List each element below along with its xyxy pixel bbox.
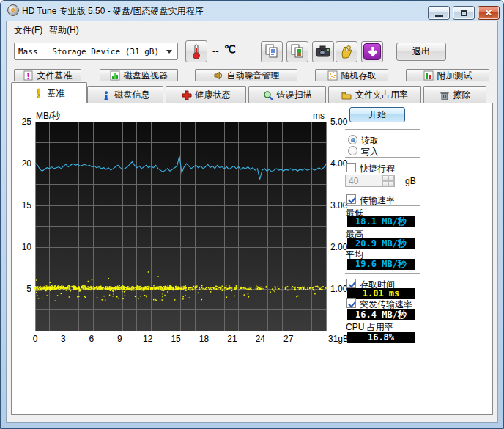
error-scan-icon <box>263 90 273 100</box>
checkbox-transfer-rate[interactable] <box>346 194 356 204</box>
svg-text:31gB: 31gB <box>328 334 349 344</box>
burst-rate-value: 16.4 MB/秒 <box>347 309 415 320</box>
svg-text:20: 20 <box>22 158 32 169</box>
svg-text:6: 6 <box>89 334 94 344</box>
access-time-value: 1.01 ms <box>347 288 415 299</box>
tab-extra-tests[interactable]: 附加测试 <box>406 69 489 81</box>
title-bar: HD Tune 专业版 5.50 - 硬盘/固态硬盘实用程序 ✕ <box>0 0 504 21</box>
separator <box>345 129 420 131</box>
erase-icon <box>440 90 450 100</box>
svg-text:3: 3 <box>61 334 66 344</box>
stroke-size-spinner[interactable]: 40 <box>345 175 395 187</box>
hand-icon <box>336 42 357 62</box>
minimize-button[interactable] <box>428 6 450 20</box>
speaker-icon <box>213 70 223 81</box>
options-button[interactable] <box>336 41 357 62</box>
spinner-up-button[interactable] <box>382 175 394 181</box>
stroke-size-value: 40 <box>349 176 358 186</box>
maximize-button[interactable] <box>453 6 475 20</box>
disk-monitor-icon <box>110 70 120 81</box>
svg-text:10: 10 <box>22 242 32 252</box>
copy-text-button[interactable] <box>261 41 283 62</box>
svg-text:12: 12 <box>143 334 153 344</box>
max-value: 20.9 MB/秒 <box>347 238 415 249</box>
tab-random-access[interactable]: 随机存取 <box>315 69 388 81</box>
download-arrow-icon <box>363 43 381 60</box>
tab-benchmark[interactable]: 基准 <box>11 82 87 103</box>
short-stroke-label: 快捷行程 <box>360 163 395 175</box>
benchmark-icon <box>34 88 44 98</box>
separator <box>345 157 420 158</box>
close-button[interactable]: ✕ <box>478 6 500 20</box>
tab-aam[interactable]: 自动噪音管理 <box>195 69 297 81</box>
svg-text:15: 15 <box>22 200 32 210</box>
minimize-icon <box>435 15 443 17</box>
benchmark-chart: MB/秒ms5101520251.002.003.004.005.0003691… <box>15 109 363 348</box>
device-select[interactable]: Mass Storage Device (31 gB) <box>14 43 178 60</box>
camera-icon <box>313 42 333 62</box>
temperature-unit: ℃ <box>224 43 236 55</box>
copy-image-button[interactable] <box>286 41 308 62</box>
svg-text:1.00: 1.00 <box>330 284 348 294</box>
tab-disk-monitor[interactable]: 磁盘监视器 <box>100 69 178 81</box>
start-button[interactable]: 开始 <box>349 107 405 122</box>
checkbox-short-stroke[interactable] <box>346 163 356 172</box>
tab-health[interactable]: 健康状态 <box>166 86 246 103</box>
arrow-up-icon <box>388 175 389 181</box>
menu-file[interactable]: 文件(F) <box>10 23 47 35</box>
file-benchmark-icon <box>23 70 34 81</box>
screenshot-button[interactable] <box>312 41 334 62</box>
svg-text:5.00: 5.00 <box>330 117 348 127</box>
maximize-icon <box>461 10 467 16</box>
svg-text:9: 9 <box>117 334 122 344</box>
exit-button[interactable]: 退出 <box>396 43 446 61</box>
radio-write[interactable] <box>348 146 357 155</box>
random-access-icon <box>327 70 338 81</box>
svg-text:ms: ms <box>313 111 325 121</box>
menu-bar: 文件(F) 帮助(H) <box>7 21 497 37</box>
close-icon: ✕ <box>478 7 499 19</box>
thermometer-icon <box>186 41 207 62</box>
disk-info-icon <box>101 90 111 100</box>
checkbox-burst-rate[interactable] <box>346 298 356 308</box>
folder-usage-icon <box>341 90 352 100</box>
tab-error-scan[interactable]: 错误扫描 <box>248 86 326 103</box>
svg-text:18: 18 <box>199 334 210 344</box>
menu-help[interactable]: 帮助(H) <box>45 23 84 35</box>
svg-text:21: 21 <box>227 334 237 344</box>
chevron-down-icon <box>166 50 172 54</box>
copy-text-icon <box>262 42 282 62</box>
temperature-value: -- <box>212 45 219 56</box>
device-select-value: Mass Storage Device (31 gB) <box>18 47 159 56</box>
copy-image-icon <box>287 42 308 62</box>
tab-erase[interactable]: 擦除 <box>423 86 486 103</box>
spinner-down-button[interactable] <box>382 181 394 187</box>
temperature-button[interactable] <box>185 40 207 62</box>
client-area: 文件(F) 帮助(H) Mass Storage Device (31 gB) … <box>6 21 498 423</box>
update-button[interactable] <box>361 41 383 62</box>
svg-text:24: 24 <box>256 334 266 344</box>
window-title: HD Tune 专业版 5.50 - 硬盘/固态硬盘实用程序 <box>22 5 203 18</box>
health-icon <box>182 90 192 100</box>
tab-disk-info[interactable]: 磁盘信息 <box>87 86 163 103</box>
svg-text:5: 5 <box>26 284 32 294</box>
arrow-down-icon <box>388 181 389 187</box>
extra-tests-icon <box>423 70 434 81</box>
svg-text:0: 0 <box>33 334 38 344</box>
radio-read[interactable] <box>348 135 357 144</box>
avg-value: 19.6 MB/秒 <box>347 259 415 270</box>
svg-text:25: 25 <box>22 117 32 127</box>
checkbox-access-time[interactable] <box>346 279 356 288</box>
tab-file-benchmark[interactable]: 文件基准 <box>14 69 81 81</box>
min-value: 18.1 MB/秒 <box>347 216 415 227</box>
svg-text:27: 27 <box>284 334 294 344</box>
app-icon <box>7 4 19 16</box>
separator <box>345 273 420 274</box>
cpu-usage-value: 16.8% <box>347 332 415 343</box>
svg-text:4.00: 4.00 <box>330 158 348 169</box>
svg-text:15: 15 <box>171 334 181 344</box>
svg-text:MB/秒: MB/秒 <box>36 111 60 121</box>
tab-folder-usage[interactable]: 文件夹占用率 <box>328 86 421 103</box>
stroke-unit-label: gB <box>405 176 416 186</box>
